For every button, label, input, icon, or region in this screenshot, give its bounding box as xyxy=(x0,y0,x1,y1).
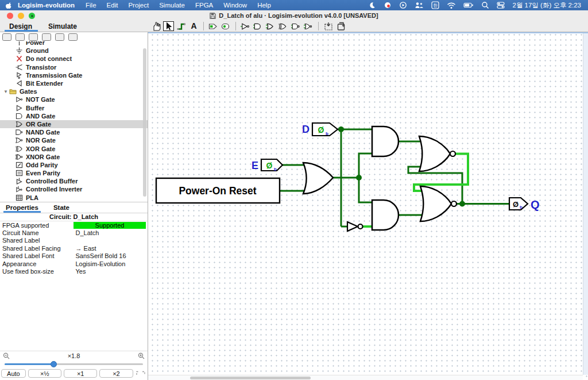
tree-item-xnor-gate[interactable]: XNOR Gate xyxy=(0,153,148,161)
canvas-horizontal-scrollbar[interactable] xyxy=(148,375,583,380)
zoom-in-icon[interactable] xyxy=(138,352,145,359)
property-row-shared-label-facing[interactable]: Shared Label Facing→ East xyxy=(0,244,148,252)
menu-item-help[interactable]: Help xyxy=(252,2,276,9)
menu-item-simulate[interactable]: Simulate xyxy=(154,2,190,9)
tree-item-odd-parity[interactable]: Odd Parity xyxy=(0,161,148,169)
nor-gate-1[interactable] xyxy=(419,136,455,171)
control-center-icon[interactable] xyxy=(497,1,505,9)
nor-gate-tool[interactable] xyxy=(303,21,314,31)
tree-item-label: Buffer xyxy=(26,105,44,112)
appearance-tool-2[interactable] xyxy=(335,21,346,31)
tree-item-even-parity[interactable]: Even Parity xyxy=(0,169,148,177)
and-gate-1[interactable] xyxy=(372,126,399,156)
edit-tool[interactable] xyxy=(163,21,174,31)
input-pin-tool[interactable] xyxy=(208,21,219,31)
play-circle-icon[interactable] xyxy=(399,1,407,9)
move-down-button[interactable] xyxy=(42,33,51,41)
input-pin-d[interactable]: Ø b D xyxy=(302,123,338,136)
tree-item-nand-gate[interactable]: NAND Gate xyxy=(0,128,148,136)
record-dot-icon[interactable] xyxy=(384,1,392,9)
expander-icon[interactable]: ▼ xyxy=(2,89,9,94)
canvas-hscroll-thumb[interactable] xyxy=(190,377,311,379)
not-gate-tool[interactable] xyxy=(240,21,251,31)
tree-item-controlled-buffer[interactable]: Controlled Buffer xyxy=(0,177,148,185)
tree-item-transistor[interactable]: Transistor xyxy=(0,63,148,71)
menu-app-name[interactable]: Logisim-evolution xyxy=(12,2,80,9)
tree-item-controlled-inverter[interactable]: Controlled Inverter xyxy=(0,185,148,193)
add-circuit-button[interactable] xyxy=(2,33,11,41)
menu-item-fpga[interactable]: FPGA xyxy=(190,2,218,9)
menu-item-edit[interactable]: Edit xyxy=(102,2,123,9)
people-icon[interactable] xyxy=(415,1,424,9)
zoom-slider[interactable] xyxy=(5,360,143,368)
tab-design[interactable]: Design xyxy=(8,21,40,32)
and-gate-2[interactable] xyxy=(372,200,399,230)
property-row-fpga-supported[interactable]: FPGA supportedSupported xyxy=(0,221,148,229)
search-icon[interactable] xyxy=(481,1,489,9)
zoom-slider-thumb[interactable] xyxy=(51,361,57,367)
appearance-tool-1[interactable] xyxy=(323,21,334,31)
controlled-inverter-icon xyxy=(16,186,23,193)
apple-logo-icon[interactable] xyxy=(5,1,12,9)
wifi-icon[interactable] xyxy=(447,2,456,9)
nand-gate-tool[interactable] xyxy=(291,21,301,31)
canvas[interactable]: Power-On Reset Ø xyxy=(148,32,588,380)
close-window-button[interactable] xyxy=(7,13,13,19)
not-gate-1[interactable] xyxy=(347,222,363,231)
poke-tool[interactable] xyxy=(150,21,161,31)
moon-icon[interactable] xyxy=(368,1,376,9)
tree-item-ground[interactable]: Ground xyxy=(0,47,148,55)
battery-icon[interactable] xyxy=(463,2,474,9)
property-row-use-fixed-box-size[interactable]: Use fixed box-sizeYes xyxy=(0,267,148,275)
tree-item-power[interactable]: Power xyxy=(0,41,148,47)
add-vhdl-button[interactable] xyxy=(16,33,25,41)
resize-grip-icon[interactable] xyxy=(136,369,146,378)
property-row-appearance[interactable]: AppearanceLogisim-Evolution xyxy=(0,260,148,267)
menu-item-file[interactable]: File xyxy=(80,2,102,9)
tree-item-or-gate[interactable]: OR Gate xyxy=(0,120,148,128)
tab-properties[interactable]: Properties xyxy=(6,202,38,213)
or-gate-1[interactable] xyxy=(303,163,333,194)
zoom-out-icon[interactable] xyxy=(3,352,10,359)
tree-item-xor-gate[interactable]: XOR Gate xyxy=(0,144,148,152)
tab-state[interactable]: State xyxy=(53,202,69,213)
tree-scrollbar[interactable] xyxy=(143,48,146,197)
menu-item-project[interactable]: Project xyxy=(123,2,154,9)
xor-gate-tool[interactable] xyxy=(278,21,289,31)
hangul-input-icon[interactable]: 한 xyxy=(431,1,439,9)
tree-item-pla[interactable]: PLA xyxy=(0,194,148,202)
tree-item-do-not-connect[interactable]: Do not connect xyxy=(0,55,148,63)
minimize-window-button[interactable] xyxy=(18,13,24,19)
tab-simulate[interactable]: Simulate xyxy=(47,21,85,32)
and-gate-tool[interactable] xyxy=(253,21,264,31)
canvas-vertical-scrollbar[interactable] xyxy=(583,33,588,375)
tree-item-transmission-gate[interactable]: Transmission Gate xyxy=(0,71,148,79)
move-up-button[interactable] xyxy=(29,33,38,41)
zoom-button-[interactable]: ×½ xyxy=(28,369,61,378)
tree-item-and-gate[interactable]: AND Gate xyxy=(0,112,148,120)
menu-clock[interactable]: 2월 17일 (화) 오후 2:23 xyxy=(512,1,583,10)
property-row-shared-label[interactable]: Shared Label xyxy=(0,237,148,244)
output-pin-tool[interactable] xyxy=(220,21,231,31)
power-on-reset-box[interactable]: Power-On Reset xyxy=(156,178,280,203)
edit-button[interactable] xyxy=(55,33,64,41)
wiring-tool[interactable] xyxy=(176,21,187,31)
or-gate-tool[interactable] xyxy=(265,21,276,31)
output-pin-q[interactable]: Ø b Q xyxy=(509,198,540,211)
menu-item-window[interactable]: Window xyxy=(218,2,252,9)
tree-item-buffer[interactable]: Buffer xyxy=(0,104,148,112)
input-pin-e[interactable]: Ø b E xyxy=(252,159,283,172)
delete-button[interactable] xyxy=(68,33,78,41)
tree-item-nor-gate[interactable]: NOR Gate xyxy=(0,136,148,144)
zoom-button-2[interactable]: ×2 xyxy=(99,369,133,378)
zoom-button-1[interactable]: ×1 xyxy=(64,369,97,378)
zoom-window-button[interactable] xyxy=(29,13,35,19)
nor-gate-2[interactable] xyxy=(420,186,457,221)
property-row-circuit-name[interactable]: Circuit NameD_Latch xyxy=(0,229,148,236)
text-tool[interactable]: A xyxy=(188,21,199,31)
tree-item-not-gate[interactable]: NOT Gate xyxy=(0,95,148,103)
zoom-button-auto[interactable]: Auto xyxy=(1,369,26,378)
property-row-shared-label-font[interactable]: Shared Label FontSansSerif Bold 16 xyxy=(0,252,148,260)
tree-item-gates[interactable]: ▼Gates xyxy=(0,87,148,95)
tree-item-bit-extender[interactable]: Bit Extender xyxy=(0,79,148,87)
